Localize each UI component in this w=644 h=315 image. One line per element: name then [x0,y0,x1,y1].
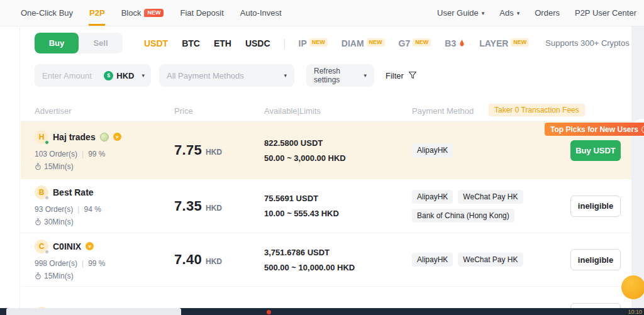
coin-tab-g7[interactable]: G7 NEW [399,38,431,48]
taskbar-clock: 10:10 [628,309,642,315]
divider: | [82,259,84,268]
completion-rate: 99 % [88,259,105,268]
coin-tab-eth[interactable]: ETH [214,38,231,48]
release-time: 30Min(s) [44,218,74,226]
refresh-settings-label: Refresh settings [314,67,364,84]
nav-user-guide[interactable]: User Guide ▾ [437,0,484,26]
nav-ads-label: Ads [499,8,513,18]
limits-range: 10.00 ~ 555.43 HKD [264,209,339,218]
nav-block[interactable]: Block NEW [121,0,164,26]
nav-ads[interactable]: Ads ▾ [499,0,519,26]
order-count: 103 Order(s) [35,150,77,158]
medal-icon [100,133,109,141]
available-limits-cell: 822.5800 USDT 50.00 ~ 3,000.00 HKD [264,121,346,179]
new-badge: NEW [511,38,529,47]
stopwatch-icon [35,163,42,170]
avatar-initial: C [39,242,45,251]
stopwatch-icon [35,218,42,226]
coin-tab-layer[interactable]: LAYER NEW [479,38,529,48]
new-badge: NEW [309,38,328,47]
available-limits-cell: 75.5691 USDT 10.00 ~ 555.43 HKD [264,179,339,233]
filter-row: $ HKD ▾ All Payment Methods ▾ Refresh se… [35,64,417,87]
chevron-down-icon: ▾ [482,10,485,16]
fiat-selector[interactable]: $ HKD ▾ [104,71,145,80]
payment-tag: AlipayHK [412,190,453,204]
nav-block-label: Block [121,8,142,18]
nav-orders[interactable]: Orders [535,0,560,26]
online-dot-icon [45,140,49,145]
nav-p2p-user-center[interactable]: P2P User Center [575,0,636,26]
completion-rate: 99 % [88,150,105,158]
ineligible-button[interactable]: ineligible [570,196,621,217]
order-count: 998 Order(s) [35,259,77,268]
available-amount: 75.5691 USDT [264,194,339,203]
coin-tab-usdc[interactable]: USDC [245,38,270,48]
coin-tab-ip[interactable]: IP NEW [299,38,328,48]
top-picks-label: Top Picks for New Users [550,125,638,134]
nav-fiat-deposit[interactable]: Fiat Deposit [180,0,223,26]
coin-tab-usdt[interactable]: USDT [144,38,168,48]
divider: | [82,150,84,158]
col-header-available-limits: Available|Limits [264,106,321,116]
coin-tabs-row: Buy Sell USDT BTC ETH USDC IP NEW DIAM N… [35,33,636,53]
fiat-label: HKD [116,71,134,80]
col-header-payment-method: Payment Method [412,106,474,116]
price-value: 7.35 [174,198,202,214]
page-right-gutter [631,26,644,308]
buy-usdt-button[interactable]: Buy USDT [570,140,621,161]
sell-tab[interactable]: Sell [79,33,123,53]
available-limits-cell: 3,751.6786 USDT 500.00 ~ 10,000.00 HKD [264,233,355,286]
advertiser-name[interactable]: Best Rate [53,187,94,197]
stopwatch-icon [35,272,42,280]
payment-method-select[interactable]: All Payment Methods ▾ [159,64,294,87]
chevron-down-icon: ▾ [364,72,367,79]
coin-tab-b3[interactable]: B3 [445,38,465,48]
ineligible-button[interactable]: ineligible [570,249,621,270]
buy-tab[interactable]: Buy [35,33,79,53]
chevron-down-icon: ▾ [284,72,287,79]
chevron-down-icon: ▾ [517,10,520,16]
amount-filter: $ HKD ▾ [35,64,151,87]
price-value: 7.40 [174,251,202,268]
coin-tab-b3-label: B3 [445,38,456,48]
payment-tag: WeChat Pay HK [458,190,523,204]
coin-tab-g7-label: G7 [399,38,411,48]
offline-dot-icon [45,196,49,200]
release-time: 15Min(s) [44,272,74,280]
question-circle-icon: ? [641,126,644,133]
action-cell: ineligible [570,179,621,233]
coin-tab-btc[interactable]: BTC [182,38,200,48]
advertiser-name[interactable]: C0INIX [53,241,81,251]
refresh-settings-select[interactable]: Refresh settings ▾ [306,64,374,87]
filter-button[interactable]: Filter [386,71,417,80]
top-nav-left: One-Click Buy P2P Block NEW Fiat Deposit… [0,0,282,26]
top-picks-badge[interactable]: Top Picks for New Users ? [545,123,644,136]
price-cell: 7.40 HKD [174,233,222,286]
top-nav: One-Click Buy P2P Block NEW Fiat Deposit… [0,0,644,26]
coin-tab-diam[interactable]: DIAM NEW [341,38,385,48]
coin-tab-diam-label: DIAM [341,38,364,48]
nav-one-click-buy[interactable]: One-Click Buy [21,0,73,26]
new-badge: NEW [413,38,431,47]
nav-p2p[interactable]: P2P [89,0,105,26]
content-left-border [19,26,20,308]
avatar[interactable]: H [35,130,48,144]
amount-input[interactable] [42,71,104,80]
limits-range: 50.00 ~ 3,000.00 HKD [264,153,346,163]
support-float-button[interactable] [621,275,644,299]
payment-methods-cell: AlipayHK WeChat Pay HK Bank of China (Ho… [412,179,523,233]
avatar[interactable]: C [35,240,48,253]
chevron-down-icon: ▾ [142,72,145,79]
supports-300-cryptos-link[interactable]: Supports 300+ Cryptos > [545,38,636,48]
limits-range: 500.00 ~ 10,000.00 HKD [264,263,355,272]
advertiser-cell: B Best Rate 93 Order(s) | 94 % 30Min(s) [35,179,101,233]
taskbar-app-icon[interactable] [267,310,271,314]
advertiser-name[interactable]: Haj trades [53,132,96,142]
funnel-icon [408,71,417,80]
avatar[interactable]: B [35,185,48,199]
taskbar: 10:10 [0,308,644,315]
available-amount: 3,751.6786 USDT [264,248,355,257]
p2p-buy-page: One-Click Buy P2P Block NEW Fiat Deposit… [0,0,644,315]
flame-icon [458,39,465,48]
nav-auto-invest[interactable]: Auto-Invest [240,0,282,26]
